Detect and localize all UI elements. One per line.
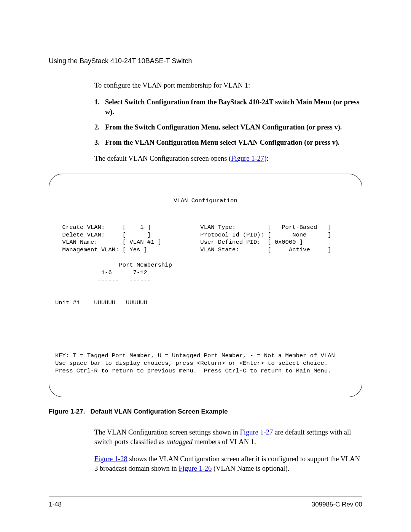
body-para-1: The VLAN Configuration screen settings s… (94, 428, 362, 447)
terminal-figure-box: VLAN Configuration Create VLAN: [ 1 ] VL… (49, 174, 362, 397)
footer-rule (49, 497, 362, 497)
step-3: From the VLAN Configuration Menu select … (94, 138, 362, 148)
para2-post: (VLAN Name is optional). (212, 465, 289, 472)
figure-caption: Figure 1-27. Default VLAN Configuration … (49, 408, 362, 415)
page-footer: 1-48 309985-C Rev 00 (49, 497, 362, 508)
terminal-body: Create VLAN: [ 1 ] VLAN Type: [ Port-Bas… (55, 224, 356, 375)
para1-italic: untagged (166, 438, 193, 446)
figure-caption-label: Figure 1-27. (49, 408, 85, 415)
step-1: Select Switch Configuration from the Bay… (94, 97, 362, 117)
terminal-title: VLAN Configuration (55, 197, 356, 205)
figure-1-28-link[interactable]: Figure 1-28 (94, 455, 127, 463)
figure-1-26-link[interactable]: Figure 1-26 (178, 465, 212, 472)
footer-rev: 309985-C Rev 00 (312, 501, 362, 508)
after-steps-post: ): (264, 155, 268, 162)
intro-text: To configure the VLAN port membership fo… (94, 81, 362, 90)
after-steps-pre: The default VLAN Configuration screen op… (94, 155, 231, 162)
body-para-2: Figure 1-28 shows the VLAN Configuration… (94, 454, 362, 473)
figure-1-27-link-2[interactable]: Figure 1-27 (240, 428, 273, 436)
running-header: Using the BayStack 410-24T 10BASE-T Swit… (49, 57, 362, 65)
steps-list: Select Switch Configuration from the Bay… (94, 97, 362, 148)
after-steps-text: The default VLAN Configuration screen op… (94, 154, 362, 163)
figure-caption-text: Default VLAN Configuration Screen Exampl… (91, 408, 228, 415)
para1-post: members of VLAN 1. (193, 438, 256, 446)
header-rule (49, 70, 362, 70)
step-2: From the Switch Configuration Menu, sele… (94, 123, 362, 133)
footer-page-number: 1-48 (49, 501, 62, 508)
para1-pre: The VLAN Configuration screen settings s… (94, 428, 240, 436)
figure-1-27-link[interactable]: Figure 1-27 (231, 155, 264, 162)
